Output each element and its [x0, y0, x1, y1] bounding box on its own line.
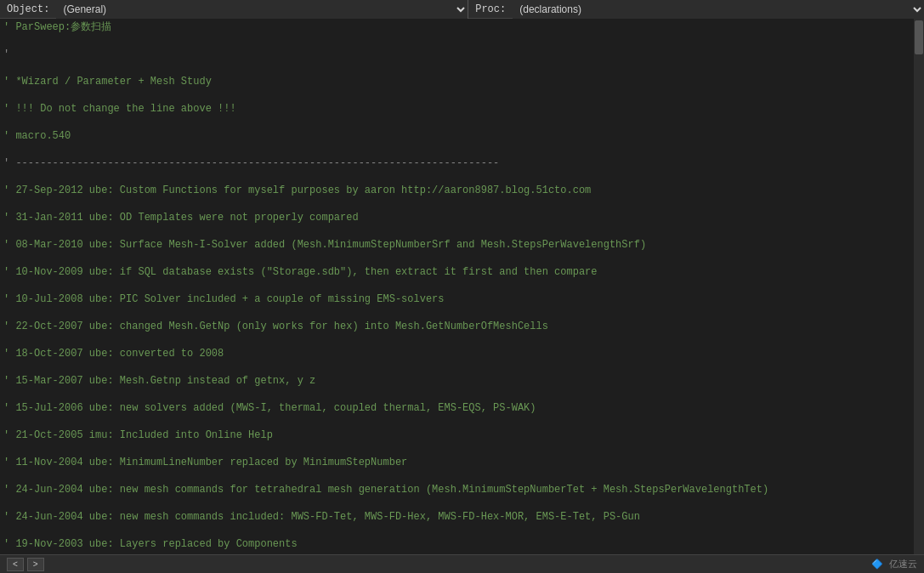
- code-line: ' 24-Jun-2004 ube: new mesh commands for…: [3, 483, 910, 496]
- code-line: ' 11-Nov-2004 ube: MinimumLineNumber rep…: [3, 456, 910, 469]
- code-line: ' *Wizard / Parameter + Mesh Study: [3, 75, 910, 88]
- proc-label: Proc:: [468, 3, 513, 15]
- object-label: Object:: [0, 3, 56, 15]
- bottom-bar: < > 🔷 亿速云: [0, 554, 924, 573]
- code-line: ' 10-Jul-2008 ube: PIC Solver included +…: [3, 292, 910, 306]
- code-line: ' ParSweep:参数扫描: [3, 20, 910, 34]
- code-line: ' 31-Jan-2011 ube: OD Templates were not…: [3, 211, 910, 224]
- scroll-left-button[interactable]: <: [7, 558, 24, 571]
- code-line: ' 18-Oct-2007 ube: converted to 2008: [3, 347, 910, 360]
- code-line: ' 19-Nov-2003 ube: Layers replaced by Co…: [3, 537, 910, 551]
- code-line: ' 15-Jul-2006 ube: new solvers added (MW…: [3, 401, 910, 415]
- editor-container: ' ParSweep:参数扫描 ' ' *Wizard / Parameter …: [0, 19, 924, 554]
- bottom-nav: < >: [7, 558, 44, 571]
- code-line: ' 21-Oct-2005 imu: Included into Online …: [3, 428, 910, 442]
- code-line: ' 15-Mar-2007 ube: Mesh.Getnp instead of…: [3, 374, 910, 388]
- proc-select[interactable]: (declarations): [513, 0, 924, 19]
- code-line: ': [3, 48, 910, 61]
- code-line: ' !!! Do not change the line above !!!: [3, 102, 910, 116]
- code-line: ' 27-Sep-2012 ube: Custom Functions for …: [3, 184, 910, 197]
- code-line: ' macro.540: [3, 129, 910, 143]
- scrollbar-thumb[interactable]: [915, 20, 923, 54]
- scrollbar-track[interactable]: [914, 19, 924, 554]
- scroll-right-button[interactable]: >: [27, 558, 44, 571]
- top-bar: Object: (General) Proc: (declarations): [0, 0, 924, 19]
- code-line: ' --------------------------------------…: [3, 156, 910, 170]
- watermark-icon: 🔷: [871, 559, 883, 570]
- object-select[interactable]: (General): [56, 0, 468, 19]
- code-line: ' 22-Oct-2007 ube: changed Mesh.GetNp (o…: [3, 320, 910, 333]
- code-line: ' 10-Nov-2009 ube: if SQL database exist…: [3, 265, 910, 279]
- code-line: ' 24-Jun-2004 ube: new mesh commands inc…: [3, 510, 910, 524]
- watermark: 🔷 亿速云: [871, 558, 917, 570]
- code-line: ' 08-Mar-2010 ube: Surface Mesh-I-Solver…: [3, 238, 910, 252]
- watermark-text: 亿速云: [889, 559, 917, 570]
- code-area[interactable]: ' ParSweep:参数扫描 ' ' *Wizard / Parameter …: [0, 19, 914, 554]
